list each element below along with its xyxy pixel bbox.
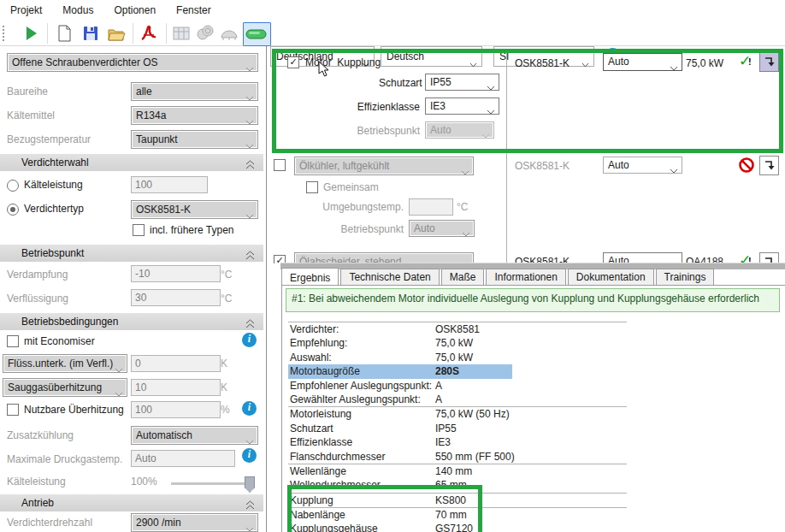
- kaelteleistung-slider[interactable]: [171, 482, 253, 485]
- application-window: ProjektModusOptionenFenster: [0, 0, 785, 532]
- pdf-export-icon[interactable]: [139, 24, 159, 43]
- toolbar-grip[interactable]: [3, 26, 4, 41]
- result-label: Effizienklasse: [290, 435, 352, 449]
- druckgastemp-input[interactable]: Auto: [131, 450, 235, 467]
- incl-fruehere-typen-checkbox[interactable]: [133, 224, 145, 236]
- verfluessigung-label: Verflüssigung: [7, 293, 68, 304]
- result-label: Kupplungsgehäuse: [290, 522, 378, 532]
- effizienzklasse-select[interactable]: IE3: [425, 98, 499, 115]
- bezugstemperatur-label: Bezugstemperatur: [7, 133, 91, 145]
- result-row: EffizienklasseIE3: [288, 435, 627, 449]
- chevron-down-icon: [245, 433, 254, 445]
- table-view-icon: [171, 24, 192, 43]
- result-label: Wellenlänge: [290, 464, 346, 478]
- menu-item-modus[interactable]: Modus: [52, 0, 103, 16]
- calculate-run-icon[interactable]: [21, 24, 41, 43]
- result-label: Gewählter Auslegungspunkt:: [290, 393, 421, 406]
- motor-mode-select[interactable]: Auto: [603, 53, 682, 71]
- schutzart-select[interactable]: IP55: [425, 74, 499, 91]
- component-rows: ✓ Motor Kupplung Schutzart IP55 Effizien…: [267, 46, 785, 263]
- baureihe-select[interactable]: alle: [131, 82, 258, 101]
- save-icon[interactable]: [80, 24, 101, 43]
- umgebungstemp-label: Umgebungstemp.: [318, 201, 404, 213]
- kaelteleistung-radio[interactable]: [7, 180, 19, 192]
- oelkuehler-checkbox[interactable]: [274, 159, 286, 171]
- tab-bar: ErgebnisTechnische DatenMaßeInformatione…: [281, 269, 716, 286]
- gemeinsam-checkbox[interactable]: [306, 181, 318, 193]
- scroll-compressor-icon: [195, 24, 215, 43]
- verdichtertyp-radio-label: Verdichtertyp: [24, 203, 84, 215]
- verdichtertyp-select[interactable]: OSK8581-K: [131, 200, 258, 219]
- menu-item-optionen[interactable]: Optionen: [103, 0, 166, 16]
- goto-result-button[interactable]: [759, 156, 779, 175]
- zusatzkuehlung-select[interactable]: Automatisch: [131, 426, 258, 445]
- unterkuehlung-select[interactable]: Flüss.unterk. (im Verfl.): [3, 354, 127, 373]
- tab-ma-e[interactable]: Maße: [441, 269, 485, 286]
- verdampfung-input[interactable]: -10: [131, 265, 221, 282]
- check-warning-icon: ✓!: [739, 52, 751, 69]
- menu-item-projekt[interactable]: Projekt: [0, 0, 52, 16]
- result-row: Gewählter Auslegungspunkt:A: [288, 393, 627, 406]
- menu-item-fenster[interactable]: Fenster: [166, 0, 221, 16]
- incl-fruehere-typen-label: incl. frühere Typen: [150, 224, 234, 236]
- tab-technische-daten[interactable]: Technische Daten: [340, 269, 439, 286]
- bezugstemperatur-select[interactable]: Taupunkt: [131, 130, 258, 149]
- info-icon[interactable]: i: [242, 401, 257, 416]
- kaelteleistung-input[interactable]: 100: [131, 176, 208, 193]
- nutzbare-ueberhitzung-input[interactable]: 100: [131, 401, 221, 418]
- result-value: 140 mm: [435, 464, 472, 478]
- kaelteleistung-percent: 100%: [131, 476, 157, 488]
- section-betriebsbedingungen: Betriebsbedingungen: [0, 313, 263, 330]
- goto-result-button[interactable]: [759, 52, 779, 72]
- open-folder-icon[interactable]: [106, 24, 127, 43]
- result-label: Nabenlänge: [290, 508, 345, 522]
- kaelteleistung-slider-thumb[interactable]: [245, 476, 255, 493]
- umgebungstemp-unit: °C: [457, 201, 468, 213]
- result-value: 280S: [435, 364, 459, 378]
- schutzart-label: Schutzart: [379, 77, 420, 89]
- tab-ergebnis[interactable]: Ergebnis: [281, 268, 339, 287]
- results-panel: #1: Bei abweichendem Motor individuelle …: [281, 285, 785, 532]
- tab-trainings[interactable]: Trainings: [656, 269, 715, 286]
- collapse-icon[interactable]: [245, 248, 255, 265]
- ueberhitzung-select[interactable]: Sauggasüberhitzung: [3, 378, 127, 397]
- motor-kupplung-checkbox[interactable]: ✓: [287, 56, 299, 68]
- result-row: KupplungsgehäuseGS7120: [288, 522, 627, 532]
- oelkuehler-mode-select[interactable]: Auto: [603, 157, 682, 174]
- drehzahl-label: Verdichterdrehzahl: [7, 517, 92, 529]
- screw-compressor-selected-box[interactable]: [243, 22, 271, 46]
- tab-informationen[interactable]: Informationen: [486, 269, 565, 286]
- nutzbare-ueberhitzung-unit: %: [221, 404, 230, 416]
- new-document-icon[interactable]: [55, 24, 75, 43]
- result-row: Wellendurchmesser65 mm: [288, 478, 627, 492]
- unterkuehlung-unit: K: [221, 358, 227, 369]
- kaeltemittel-select[interactable]: R134a: [131, 106, 258, 125]
- result-row: Empfohlener Auslegungspunkt:A: [288, 379, 627, 393]
- info-icon[interactable]: i: [242, 448, 257, 463]
- arrow-down-right-icon: [764, 55, 775, 69]
- collapse-icon[interactable]: [245, 498, 255, 515]
- economiser-checkbox[interactable]: [7, 335, 19, 347]
- collapse-icon[interactable]: [245, 157, 255, 174]
- oelkuehler-select[interactable]: Ölkühler, luftgekühlt: [294, 157, 474, 175]
- verfluessigung-input[interactable]: 30: [131, 289, 221, 306]
- compressor-series-select[interactable]: Offene Schraubenverdichter OS: [7, 53, 258, 72]
- result-value: 70 mm: [435, 508, 467, 522]
- result-label: Verdichter:: [290, 322, 339, 336]
- oelkuehler-betriebspunkt-select[interactable]: Auto: [409, 220, 475, 237]
- unterkuehlung-input[interactable]: 0: [131, 355, 221, 372]
- drehzahl-select[interactable]: 2900 /min: [131, 513, 258, 532]
- result-value: A: [435, 393, 442, 406]
- result-label: Wellendurchmesser: [290, 478, 381, 492]
- tab-dokumentation[interactable]: Dokumentation: [568, 269, 654, 286]
- info-icon[interactable]: i: [242, 333, 257, 347]
- mouse-cursor: [318, 61, 329, 80]
- nutzbare-ueberhitzung-checkbox[interactable]: [7, 404, 19, 416]
- ueberhitzung-input[interactable]: 10: [131, 379, 221, 396]
- collapse-icon[interactable]: [245, 316, 255, 334]
- chevron-down-icon: [487, 103, 495, 115]
- zusatzkuehlung-label: Zusatzkühlung: [7, 429, 74, 441]
- chevron-down-icon: [245, 89, 254, 101]
- ueberhitzung-unit: K: [221, 381, 227, 393]
- verdichtertyp-radio[interactable]: [7, 204, 19, 216]
